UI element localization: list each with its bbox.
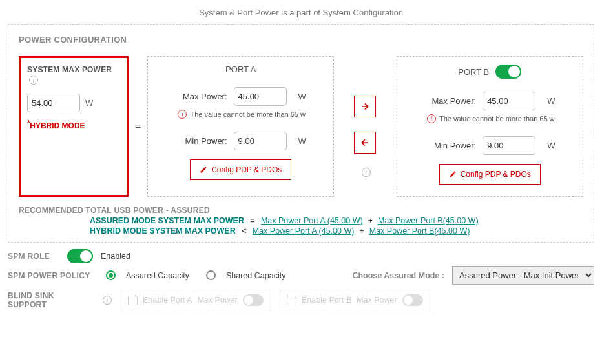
choose-assured-label: Choose Assured Mode : [352, 271, 444, 280]
port-b-enable-toggle[interactable] [495, 65, 521, 79]
port-a-max-input[interactable] [234, 87, 287, 106]
link-max-port-b[interactable]: Max Power Port B(45.00 W) [369, 227, 470, 236]
enable-port-b-label: Enable Port B [302, 296, 351, 305]
hybrid-mode-text: HYBRID MODE [30, 121, 85, 130]
port-a-validation-text: The value cannot be more than 65 w [190, 110, 306, 118]
info-icon[interactable]: i [362, 168, 371, 177]
max-power-a-label: Max Power [197, 296, 238, 305]
port-b-max-input[interactable] [483, 92, 535, 110]
blind-port-a-group: Enable Port A Max Power [121, 290, 271, 310]
recommended-title: RECOMMENDED TOTAL USB POWER - ASSURED [19, 206, 583, 215]
port-b-validation-text: The value cannot be more than 65 w [439, 115, 555, 123]
port-b-title: PORT B [458, 67, 489, 77]
port-a-min-label: Min Power: [176, 136, 227, 146]
arrow-left-icon [360, 137, 370, 148]
port-b-config-button[interactable]: Config PDP & PDOs [439, 164, 541, 185]
assured-label: ASSURED MODE SYSTEM MAX POWER [90, 216, 244, 225]
spm-role-row: SPM ROLE Enabled [8, 249, 594, 263]
radio-shared-capacity[interactable] [206, 270, 216, 280]
panel-title: POWER CONFIGURATION [19, 35, 583, 45]
copy-arrows-col: i [334, 56, 396, 197]
system-max-power-input[interactable] [27, 94, 80, 112]
port-b-box: PORT B Max Power: W i The value cannot b… [397, 56, 583, 197]
copy-right-button[interactable] [354, 96, 376, 117]
bottom-section: SPM ROLE Enabled SPM POWER POLICY Assure… [8, 249, 594, 310]
port-a-min-input[interactable] [234, 132, 287, 150]
port-a-max-unit: W [298, 92, 306, 101]
port-a-max-label: Max Power: [176, 92, 227, 101]
spm-policy-label: SPM POWER POLICY [8, 271, 98, 280]
port-a-min-unit: W [298, 136, 306, 146]
radio-shared-label: Shared Capacity [226, 271, 285, 280]
top-row: SYSTEM MAX POWER i W *HYBRID MODE = PORT… [19, 56, 583, 197]
hybrid-mode-note: *HYBRID MODE [27, 119, 120, 130]
spm-policy-row: SPM POWER POLICY Assured Capacity Shared… [8, 266, 594, 285]
warning-icon: i [427, 114, 436, 123]
port-b-min-label: Min Power: [424, 141, 476, 150]
radio-assured-capacity[interactable] [106, 270, 116, 280]
spm-role-label: SPM ROLE [8, 252, 59, 261]
pencil-icon [449, 170, 457, 178]
enable-port-a-checkbox[interactable] [128, 296, 138, 305]
enable-port-a-label: Enable Port A [143, 296, 192, 305]
system-max-power-unit: W [85, 98, 93, 108]
blind-port-b-group: Enable Port B Max Power [280, 290, 430, 310]
system-max-power-label: SYSTEM MAX POWER [27, 65, 112, 74]
equals-sign: = [129, 56, 147, 197]
link-max-port-b[interactable]: Max Power Port B(45.00 W) [378, 216, 479, 225]
port-a-config-label: Config PDP & PDOs [211, 165, 282, 174]
plus-sign: + [359, 227, 364, 236]
port-b-validation: i The value cannot be more than 65 w [406, 114, 574, 123]
choose-assured-mode-select[interactable]: Assured Power - Max Init Power [452, 266, 594, 285]
blind-sink-label: BLIND SINK SUPPORT [8, 291, 92, 309]
copy-left-button[interactable] [354, 132, 376, 154]
blind-sink-row: BLIND SINK SUPPORT i Enable Port A Max P… [8, 290, 594, 310]
port-a-config-button[interactable]: Config PDP & PDOs [190, 159, 291, 180]
hybrid-label: HYBRID MODE SYSTEM MAX POWER [90, 227, 236, 236]
recommended-line-hybrid: HYBRID MODE SYSTEM MAX POWER < Max Power… [19, 227, 583, 236]
breadcrumb: System & Port Power is a part of System … [8, 8, 594, 17]
plus-sign: + [368, 216, 373, 225]
link-max-port-a[interactable]: Max Power Port A (45.00 W) [261, 216, 363, 225]
warning-icon: i [178, 110, 187, 119]
port-b-config-label: Config PDP & PDOs [461, 170, 531, 179]
pencil-icon [200, 166, 207, 174]
arrow-right-icon [360, 101, 370, 112]
recommended-section: RECOMMENDED TOTAL USB POWER - ASSURED AS… [19, 206, 583, 236]
port-b-min-input[interactable] [483, 136, 535, 155]
port-a-box: PORT A Max Power: W i The value cannot b… [147, 56, 334, 197]
port-b-min-unit: W [547, 141, 555, 150]
system-max-power-box: SYSTEM MAX POWER i W *HYBRID MODE [19, 56, 129, 197]
blind-port-b-toggle[interactable] [402, 294, 423, 306]
info-icon[interactable]: i [103, 296, 112, 305]
spm-role-status: Enabled [101, 252, 130, 261]
spm-role-toggle[interactable] [67, 249, 93, 263]
port-b-max-label: Max Power: [424, 96, 476, 106]
port-a-title: PORT A [225, 65, 256, 74]
enable-port-b-checkbox[interactable] [287, 296, 296, 305]
link-max-port-a[interactable]: Max Power Port A (45.00 W) [253, 227, 355, 236]
equals-operator: = [249, 216, 256, 225]
radio-assured-label: Assured Capacity [126, 271, 189, 280]
port-b-max-unit: W [547, 96, 555, 106]
blind-port-a-toggle[interactable] [243, 294, 264, 306]
lt-operator: < [241, 227, 247, 236]
power-config-panel: POWER CONFIGURATION SYSTEM MAX POWER i W… [8, 24, 594, 243]
port-a-validation: i The value cannot be more than 65 w [157, 110, 324, 119]
info-icon[interactable]: i [29, 76, 38, 85]
recommended-line-assured: ASSURED MODE SYSTEM MAX POWER = Max Powe… [19, 216, 583, 225]
max-power-b-label: Max Power [357, 296, 397, 305]
